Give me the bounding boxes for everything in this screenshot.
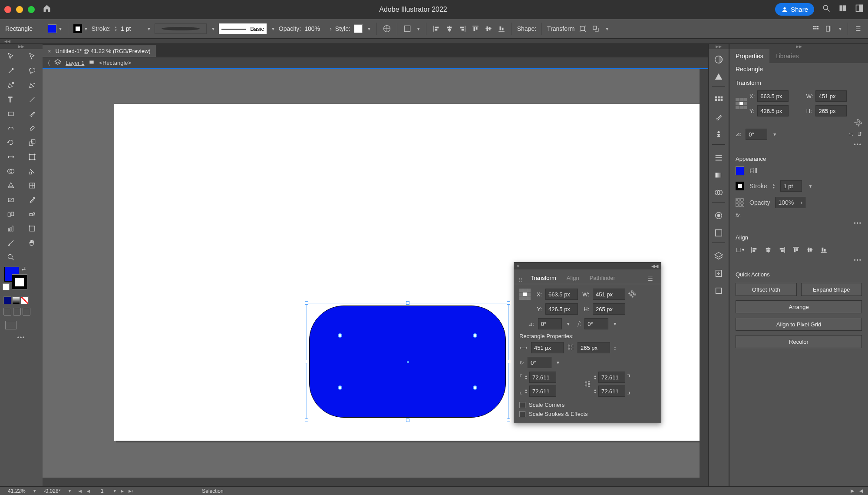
chevron-down-icon[interactable]: ▼ — [556, 360, 560, 365]
resize-handle-br[interactable] — [507, 419, 510, 422]
resize-handle-bl[interactable] — [305, 419, 308, 422]
rp-align-right[interactable] — [777, 245, 787, 255]
shaper-tool[interactable] — [0, 121, 21, 135]
close-tab-icon[interactable]: × — [48, 48, 51, 54]
rp-h-input[interactable] — [815, 105, 847, 116]
hand-tool[interactable] — [21, 236, 43, 250]
corner-br-input[interactable] — [598, 385, 625, 397]
tools-collapse[interactable]: ▶▶ — [0, 44, 43, 49]
rp-opacity-input[interactable]: 100% › — [775, 197, 805, 208]
next-artboard-button[interactable]: ▶ — [119, 488, 125, 494]
dock-collapse[interactable]: ▶▶ — [709, 44, 729, 49]
prev-artboard-button[interactable]: ◀ — [85, 488, 92, 494]
rp-stroke-input[interactable] — [780, 180, 802, 192]
workspace-icon[interactable] — [855, 4, 864, 15]
zoom-tool[interactable] — [0, 250, 21, 264]
graphic-styles-panel-icon[interactable] — [712, 226, 726, 240]
align-right-icon[interactable] — [458, 24, 467, 33]
line-tool[interactable] — [21, 92, 43, 106]
tab-align[interactable]: Align — [561, 272, 584, 284]
rotate-tool[interactable] — [0, 135, 21, 149]
rp-fx-button[interactable]: fx. — [729, 211, 868, 220]
tab-properties[interactable]: Properties — [729, 49, 769, 63]
chevron-down-icon[interactable]: ▼ — [211, 27, 215, 31]
chevron-down-icon[interactable]: ▼ — [838, 27, 842, 31]
chevron-down-icon[interactable]: ▼ — [147, 27, 151, 31]
chevron-down-icon[interactable]: ▼ — [613, 322, 617, 326]
panel-menu-icon[interactable]: ☰ — [644, 274, 657, 284]
scale-strokes-checkbox[interactable] — [519, 411, 525, 417]
slice-tool[interactable] — [0, 236, 21, 250]
direct-selection-tool[interactable] — [21, 49, 43, 63]
resize-handle-mr[interactable] — [507, 360, 510, 363]
back-arrow-icon[interactable]: ⟨ — [48, 60, 50, 66]
align-to-pixel-grid-button[interactable]: Align to Pixel Grid — [736, 318, 862, 331]
brushes-panel-icon[interactable] — [712, 110, 726, 124]
resize-handle-bm[interactable] — [406, 419, 409, 422]
corner-bl-input[interactable] — [529, 385, 556, 397]
swatches-panel-icon[interactable] — [712, 93, 726, 107]
chevron-down-icon[interactable]: ▼ — [33, 488, 37, 493]
appearance-panel-icon[interactable] — [712, 209, 726, 223]
center-point[interactable] — [407, 361, 409, 363]
search-icon[interactable] — [822, 4, 831, 15]
expand-shape-button[interactable]: Expand Shape — [801, 283, 862, 296]
chevron-down-icon[interactable]: ▼ — [416, 27, 421, 31]
rotation-value[interactable]: -0.028° — [41, 488, 63, 494]
variable-width-profile[interactable] — [155, 23, 207, 34]
stroke-weight-stepper[interactable]: ▲▼ — [114, 26, 117, 32]
layers-panel-icon[interactable] — [712, 249, 726, 263]
resize-handle-tl[interactable] — [305, 301, 308, 305]
flip-horizontal-icon[interactable]: ⇋ — [849, 131, 853, 137]
horizontal-scrollbar[interactable] — [43, 478, 700, 486]
shear-input[interactable] — [584, 318, 608, 329]
align-vcenter-icon[interactable] — [484, 24, 493, 33]
tab-pathfinder[interactable]: Pathfinder — [584, 272, 620, 284]
corner-widget-tr[interactable] — [473, 333, 477, 338]
rp-stroke-swatch[interactable] — [736, 182, 744, 190]
resize-handle-tm[interactable] — [406, 301, 409, 305]
color-mode-none[interactable] — [21, 296, 29, 304]
resize-handle-ml[interactable] — [305, 360, 308, 363]
corner-tr-stepper[interactable]: ▲▼ — [594, 374, 597, 380]
color-panel-icon[interactable] — [712, 53, 726, 66]
eraser-tool[interactable] — [21, 121, 43, 135]
rp-align-left[interactable] — [749, 245, 759, 255]
align-left-icon[interactable] — [432, 24, 441, 33]
symbol-sprayer-tool[interactable] — [21, 207, 43, 221]
lasso-tool[interactable] — [21, 63, 43, 78]
rp-stroke-stepper[interactable]: ▲▼ — [772, 183, 775, 189]
draw-behind[interactable] — [13, 308, 21, 316]
rectangle-tool[interactable] — [0, 106, 21, 121]
style-swatch[interactable] — [354, 24, 363, 33]
rp-x-input[interactable] — [757, 90, 789, 102]
selection-bounding-box[interactable] — [307, 303, 508, 420]
corner-tr-icon[interactable]: ⌝ — [627, 373, 630, 382]
fill-stroke-controls[interactable]: ⇄ — [0, 264, 43, 295]
symbols-panel-icon[interactable] — [712, 128, 726, 142]
link-wh-icon[interactable]: ⛓ — [627, 289, 637, 299]
rp-opacity-swatch[interactable] — [736, 198, 744, 207]
arrange-button[interactable]: Arrange — [736, 300, 862, 313]
snap-to-pixel-icon[interactable] — [811, 24, 821, 33]
last-artboard-button[interactable]: ▶I — [127, 488, 134, 494]
rp-w-input[interactable] — [815, 90, 847, 102]
rp-appearance-more[interactable]: ••• — [729, 220, 868, 230]
corner-bl-stepper[interactable]: ▲▼ — [525, 388, 528, 394]
corner-br-icon[interactable]: ⌟ — [627, 387, 630, 395]
maximize-window-button[interactable] — [28, 6, 35, 13]
link-rect-wh-icon[interactable]: ⛓ — [567, 344, 574, 352]
close-panel-icon[interactable]: × — [517, 263, 519, 269]
rp-transform-more[interactable]: ••• — [729, 142, 868, 151]
artboards-panel-icon[interactable] — [712, 284, 726, 298]
recolor-artwork-icon[interactable] — [382, 24, 392, 33]
eyedropper-tool[interactable] — [21, 193, 43, 207]
perspective-grid-tool[interactable] — [0, 178, 21, 193]
tab-transform[interactable]: Transform — [525, 272, 561, 284]
minimize-window-button[interactable] — [16, 6, 23, 13]
document-tab[interactable]: × Untitled-1* @ 41.22 % (RGB/Preview) — [43, 45, 156, 57]
gradient-tool[interactable] — [0, 193, 21, 207]
rp-fill-swatch[interactable] — [736, 166, 744, 175]
chevron-right-icon[interactable]: › — [330, 25, 332, 32]
rp-align-hcenter[interactable] — [763, 245, 773, 255]
